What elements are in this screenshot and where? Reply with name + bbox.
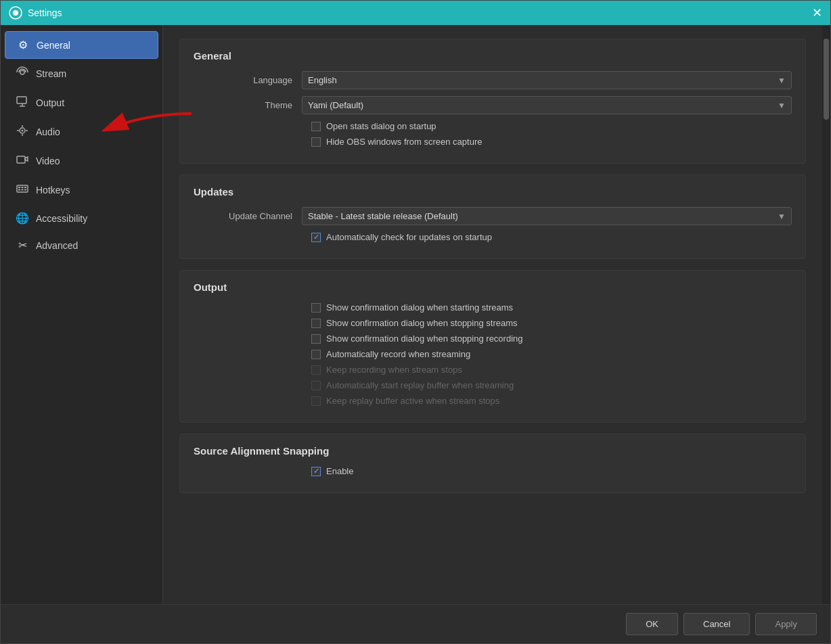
open-stats-label[interactable]: Open stats dialog on startup <box>326 121 436 131</box>
theme-select[interactable]: Yami (Default) ▼ <box>302 96 792 114</box>
ok-button[interactable]: OK <box>626 613 678 635</box>
open-stats-row: Open stats dialog on startup <box>311 121 792 131</box>
sidebar-item-general[interactable]: ⚙ General <box>5 31 158 59</box>
theme-value: Yami (Default) <box>308 100 363 110</box>
advanced-icon: ✂ <box>16 239 29 252</box>
window-title: Settings <box>28 7 62 18</box>
theme-chevron-icon: ▼ <box>778 101 786 110</box>
audio-icon <box>16 124 29 139</box>
sidebar-item-video[interactable]: Video <box>5 147 158 175</box>
output-section: Output Show confirmation dialog when sta… <box>179 270 806 423</box>
svg-rect-6 <box>17 156 25 163</box>
enable-snap-checkbox[interactable] <box>311 467 321 476</box>
confirm-start-label[interactable]: Show confirmation dialog when starting s… <box>326 302 513 313</box>
hide-obs-checkbox[interactable] <box>311 137 321 147</box>
auto-replay-label: Automatically start replay buffer when s… <box>326 380 514 390</box>
svg-rect-12 <box>22 189 24 191</box>
sidebar-item-hotkeys[interactable]: Hotkeys <box>5 176 158 204</box>
hide-obs-row: Hide OBS windows from screen capture <box>311 137 792 147</box>
titlebar: Settings ✕ <box>1 1 830 25</box>
svg-point-2 <box>20 70 24 74</box>
sidebar-label-advanced: Advanced <box>36 240 78 251</box>
sidebar-label-video: Video <box>36 156 60 166</box>
svg-rect-9 <box>22 187 24 188</box>
svg-point-1 <box>13 10 18 16</box>
auto-check-row: Automatically check for updates on start… <box>311 232 792 242</box>
sidebar-label-output: Output <box>36 97 64 108</box>
stream-icon <box>16 66 29 81</box>
cancel-button[interactable]: Cancel <box>683 613 750 635</box>
source-alignment-title: Source Alignment Snapping <box>194 445 792 457</box>
app-icon <box>9 6 22 20</box>
update-channel-value: Stable - Latest stable release (Default) <box>308 211 458 221</box>
sidebar: ⚙ General Stream <box>1 25 163 604</box>
keep-recording-checkbox <box>311 365 321 375</box>
sidebar-label-accessibility: Accessibility <box>36 213 87 224</box>
bottom-bar: OK Cancel Apply <box>1 604 830 643</box>
language-row: Language English ▼ <box>194 71 792 89</box>
confirm-start-checkbox[interactable] <box>311 303 321 313</box>
source-alignment-section: Source Alignment Snapping Enable <box>179 434 806 493</box>
svg-point-5 <box>22 130 24 132</box>
keep-replay-label: Keep replay buffer active when stream st… <box>326 396 499 406</box>
auto-replay-checkbox <box>311 381 321 390</box>
sidebar-label-hotkeys: Hotkeys <box>36 185 70 196</box>
auto-record-label[interactable]: Automatically record when streaming <box>326 349 470 359</box>
confirm-stop-stream-checkbox[interactable] <box>311 319 321 328</box>
confirm-stop-stream-row: Show confirmation dialog when stopping s… <box>311 318 792 328</box>
hotkeys-icon <box>16 183 29 198</box>
sidebar-label-general: General <box>37 40 70 51</box>
update-channel-select[interactable]: Stable - Latest stable release (Default)… <box>302 207 792 225</box>
auto-record-row: Automatically record when streaming <box>311 349 792 359</box>
sidebar-item-audio[interactable]: Audio <box>5 118 158 146</box>
apply-button[interactable]: Apply <box>755 613 817 635</box>
hide-obs-label[interactable]: Hide OBS windows from screen capture <box>326 137 482 147</box>
output-section-title: Output <box>194 281 792 293</box>
theme-label: Theme <box>194 100 302 110</box>
accessibility-icon: 🌐 <box>16 212 29 225</box>
general-section: General Language English ▼ Theme Yami (D… <box>179 39 806 164</box>
video-icon <box>16 154 29 168</box>
update-channel-label: Update Channel <box>194 211 302 221</box>
auto-check-label[interactable]: Automatically check for updates on start… <box>326 232 492 242</box>
confirm-stop-record-row: Show confirmation dialog when stopping r… <box>311 334 792 344</box>
close-button[interactable]: ✕ <box>812 7 822 19</box>
sidebar-label-stream: Stream <box>36 68 66 79</box>
svg-rect-8 <box>18 187 20 188</box>
sidebar-item-stream[interactable]: Stream <box>5 60 158 88</box>
language-label: Language <box>194 75 302 85</box>
theme-row: Theme Yami (Default) ▼ <box>194 96 792 114</box>
language-value: English <box>308 75 337 85</box>
sidebar-item-accessibility[interactable]: 🌐 Accessibility <box>5 205 158 231</box>
enable-snap-row: Enable <box>311 466 792 476</box>
update-channel-chevron-icon: ▼ <box>778 212 786 221</box>
sidebar-item-advanced[interactable]: ✂ Advanced <box>5 232 158 258</box>
updates-section: Updates Update Channel Stable - Latest s… <box>179 175 806 259</box>
update-channel-row: Update Channel Stable - Latest stable re… <box>194 207 792 225</box>
open-stats-checkbox[interactable] <box>311 122 321 131</box>
scrollbar[interactable] <box>822 25 830 604</box>
auto-replay-row: Automatically start replay buffer when s… <box>311 380 792 390</box>
language-select[interactable]: English ▼ <box>302 71 792 89</box>
keep-replay-row: Keep replay buffer active when stream st… <box>311 396 792 406</box>
sidebar-item-output[interactable]: Output <box>5 89 158 117</box>
general-section-title: General <box>194 50 792 62</box>
language-chevron-icon: ▼ <box>778 76 786 85</box>
updates-section-title: Updates <box>194 186 792 198</box>
confirm-start-row: Show confirmation dialog when starting s… <box>311 302 792 313</box>
svg-rect-11 <box>18 189 20 191</box>
gear-icon: ⚙ <box>16 39 30 51</box>
keep-recording-label: Keep recording when stream stops <box>326 365 462 375</box>
confirm-stop-stream-label[interactable]: Show confirmation dialog when stopping s… <box>326 318 518 328</box>
keep-replay-checkbox <box>311 396 321 406</box>
output-icon <box>16 95 29 110</box>
auto-record-checkbox[interactable] <box>311 350 321 359</box>
sidebar-label-audio: Audio <box>36 127 60 137</box>
svg-rect-10 <box>24 187 26 188</box>
content-area: General Language English ▼ Theme Yami (D… <box>163 25 822 604</box>
auto-check-checkbox[interactable] <box>311 233 321 242</box>
enable-snap-label[interactable]: Enable <box>326 466 353 476</box>
svg-rect-13 <box>24 189 26 191</box>
confirm-stop-record-checkbox[interactable] <box>311 334 321 344</box>
confirm-stop-record-label[interactable]: Show confirmation dialog when stopping r… <box>326 334 523 344</box>
